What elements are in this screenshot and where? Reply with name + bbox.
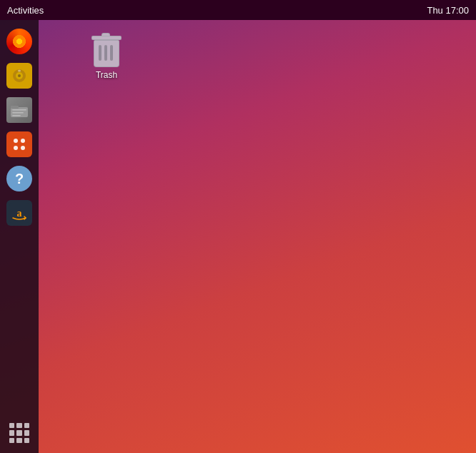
sidebar-item-rhythmbox[interactable] xyxy=(4,60,35,91)
files-icon xyxy=(6,97,32,123)
firefox-icon xyxy=(6,29,32,54)
svg-point-13 xyxy=(14,146,18,150)
sidebar-item-amazon[interactable]: a xyxy=(4,197,35,229)
svg-point-14 xyxy=(21,146,25,150)
svg-rect-10 xyxy=(11,136,28,153)
desktop: ? a xyxy=(0,20,476,453)
rhythmbox-icon xyxy=(6,63,32,89)
amazon-icon: a xyxy=(6,200,32,226)
svg-point-12 xyxy=(21,139,25,143)
svg-point-2 xyxy=(18,74,21,77)
svg-rect-6 xyxy=(11,106,19,109)
top-bar: Activities Thu 17:00 xyxy=(0,0,476,20)
sidebar-item-appgrid[interactable] xyxy=(4,417,35,449)
software-icon xyxy=(6,131,32,157)
svg-point-3 xyxy=(18,70,21,72)
svg-rect-7 xyxy=(12,109,26,111)
svg-rect-8 xyxy=(12,112,24,114)
sidebar-item-firefox[interactable] xyxy=(4,26,35,57)
appgrid-icon xyxy=(6,420,32,446)
sidebar-item-help[interactable]: ? xyxy=(4,163,35,194)
trash-graphic xyxy=(91,33,122,67)
svg-point-11 xyxy=(14,139,18,143)
svg-rect-9 xyxy=(12,115,21,116)
svg-text:a: a xyxy=(17,208,22,219)
launcher-sidebar: ? a xyxy=(0,20,39,453)
activities-button[interactable]: Activities xyxy=(7,5,44,16)
trash-label: Trash xyxy=(96,70,117,80)
sidebar-item-software[interactable] xyxy=(4,129,35,160)
sidebar-item-files[interactable] xyxy=(4,94,35,126)
desktop-area: Trash xyxy=(39,20,476,453)
help-icon: ? xyxy=(6,166,32,191)
trash-desktop-icon[interactable]: Trash xyxy=(81,33,132,80)
clock-display: Thu 17:00 xyxy=(427,5,469,16)
